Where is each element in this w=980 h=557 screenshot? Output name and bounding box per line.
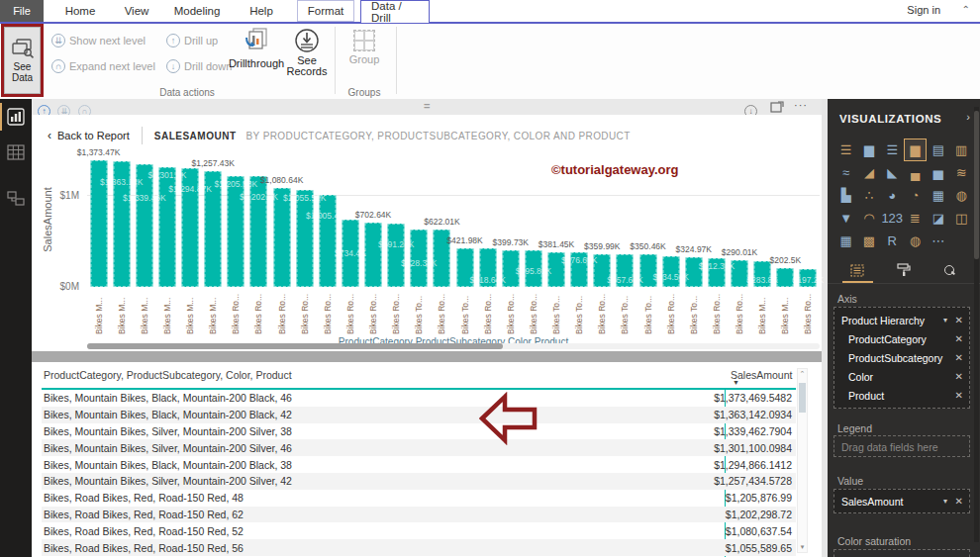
- report-view-button[interactable]: [0, 99, 32, 135]
- table-scrollbar-thumb[interactable]: [799, 383, 806, 413]
- value-dropdown-icon[interactable]: ▾: [943, 497, 947, 506]
- table-row[interactable]: Bikes, Mountain Bikes, Black, Mountain-2…: [42, 456, 796, 473]
- bar[interactable]: [365, 223, 382, 287]
- table-row[interactable]: Bikes, Road Bikes, Red, Road-150 Red, 62…: [42, 507, 796, 523]
- color-saturation-field-well[interactable]: [833, 549, 970, 557]
- tab-format[interactable]: Format: [297, 0, 354, 22]
- sign-in-link[interactable]: Sign in: [907, 4, 940, 16]
- tab-view[interactable]: View: [111, 0, 162, 22]
- table-row[interactable]: Bikes, Mountain Bikes, Black, Mountain-2…: [42, 390, 796, 407]
- clustered-bar-chart-icon[interactable]: ☰: [881, 139, 904, 161]
- tab-fields[interactable]: [834, 257, 881, 283]
- panel-scrollbar[interactable]: [974, 107, 979, 542]
- treemap-icon[interactable]: ▦: [927, 184, 949, 207]
- axis-field-pill[interactable]: ProductCategory✕: [834, 329, 969, 348]
- table-row[interactable]: Bikes, Road Bikes, Red, Road-150 Red, 56…: [42, 539, 796, 556]
- panel-expand-icon[interactable]: ›: [966, 111, 970, 123]
- field-remove-icon[interactable]: ✕: [955, 315, 963, 325]
- stacked-bar-chart-icon[interactable]: ☰: [834, 139, 857, 161]
- blank-icon[interactable]: [949, 230, 972, 252]
- tab-file[interactable]: File: [0, 0, 44, 22]
- waterfall-chart-icon[interactable]: ▙: [834, 184, 857, 207]
- field-remove-icon[interactable]: ✕: [955, 390, 963, 401]
- focus-mode-icon[interactable]: [770, 101, 784, 113]
- tab-format[interactable]: [881, 257, 928, 283]
- table-vertical-scrollbar[interactable]: ⌃ ▾: [797, 368, 808, 553]
- axis-field-pill[interactable]: ProductSubcategory✕: [834, 348, 969, 367]
- chart-horizontal-scrollbar[interactable]: [87, 343, 820, 349]
- donut-chart-icon[interactable]: ◔: [904, 184, 927, 207]
- show-next-level-button[interactable]: ⇊ Show next level: [51, 34, 146, 47]
- bar[interactable]: [273, 188, 290, 287]
- clustered-column-chart-icon[interactable]: ▆: [904, 139, 927, 161]
- bar[interactable]: [777, 268, 794, 287]
- table-row[interactable]: Bikes, Mountain Bikes, Silver, Mountain-…: [42, 423, 796, 440]
- value-field-pill[interactable]: SalesAmount ▾ ✕: [834, 492, 969, 511]
- bar[interactable]: [296, 190, 313, 287]
- field-remove-icon[interactable]: ✕: [955, 352, 963, 363]
- drill-down-button[interactable]: ↓ Drill down: [166, 59, 232, 73]
- table-row[interactable]: Bikes, Mountain Bikes, Silver, Mountain-…: [42, 439, 796, 456]
- more-visuals-icon[interactable]: ⋯: [927, 230, 949, 252]
- ribbon-chart-icon[interactable]: ≋: [949, 161, 972, 184]
- table-icon[interactable]: ▦: [834, 230, 857, 252]
- data-view-button[interactable]: [0, 135, 32, 170]
- chart-scrollbar-thumb[interactable]: [87, 343, 503, 349]
- map-icon[interactable]: ◍: [949, 184, 972, 207]
- value-remove-icon[interactable]: ✕: [955, 496, 963, 507]
- back-to-report-button[interactable]: Back to Report: [57, 130, 130, 141]
- line-chart-icon[interactable]: ≈: [834, 161, 857, 184]
- stacked-column-chart-icon[interactable]: ▆: [857, 139, 880, 161]
- field-remove-icon[interactable]: ✕: [955, 333, 963, 344]
- card-icon[interactable]: 123: [881, 207, 904, 230]
- panel-scrollbar-thumb[interactable]: [974, 111, 979, 259]
- line-clustered-column-chart-icon[interactable]: ▅: [927, 161, 949, 184]
- tab-help[interactable]: Help: [236, 0, 287, 22]
- 100-stacked-column-chart-icon[interactable]: ▥: [949, 139, 972, 161]
- multi-row-card-icon[interactable]: ≣: [904, 207, 927, 230]
- slicer-icon[interactable]: ◫: [949, 207, 972, 230]
- table-header-category[interactable]: ProductCategory, ProductSubcategory, Col…: [44, 369, 292, 381]
- table-row[interactable]: Bikes, Mountain Bikes, Black, Mountain-2…: [42, 407, 796, 423]
- field-remove-icon[interactable]: ✕: [955, 371, 963, 382]
- table-row[interactable]: Bikes, Road Bikes, Red, Road-150 Red, 48…: [42, 490, 796, 507]
- tab-modeling[interactable]: Modeling: [162, 0, 232, 22]
- drill-up-button[interactable]: ↑ Drill up: [166, 34, 218, 47]
- field-dropdown-icon[interactable]: ▾: [943, 316, 947, 325]
- r-script-icon[interactable]: R: [881, 230, 904, 252]
- tab-analytics[interactable]: [927, 257, 973, 283]
- tab-data-drill[interactable]: Data / Drill: [360, 0, 430, 24]
- matrix-icon[interactable]: ▩: [857, 230, 880, 252]
- see-data-button[interactable]: See Data: [4, 27, 41, 94]
- axis-field-pill[interactable]: Product Hierarchy▾✕: [834, 311, 969, 329]
- scroll-up-arrow-icon[interactable]: ⌃: [798, 370, 807, 378]
- table-row[interactable]: Bikes, Road Bikes, Red, Road-150 Red, 52…: [42, 522, 796, 539]
- splitter-handle-icon[interactable]: =: [424, 100, 429, 112]
- stacked-area-chart-icon[interactable]: ◣: [881, 161, 904, 184]
- axis-field-pill[interactable]: Product✕: [834, 386, 969, 405]
- gauge-icon[interactable]: ◠: [857, 207, 880, 230]
- scatter-chart-icon[interactable]: ∴: [857, 184, 880, 207]
- scroll-down-arrow-icon[interactable]: ▾: [798, 543, 807, 551]
- arcgis-map-icon[interactable]: ◍: [904, 230, 927, 252]
- axis-field-pill[interactable]: Color✕: [834, 367, 969, 386]
- see-records-button[interactable]: See Records: [285, 28, 329, 77]
- 100-stacked-bar-chart-icon[interactable]: ▤: [927, 139, 949, 161]
- legend-field-well[interactable]: Drag data fields here: [833, 435, 970, 457]
- line-stacked-column-chart-icon[interactable]: ▄: [904, 161, 927, 184]
- more-options-icon[interactable]: ···: [794, 99, 808, 111]
- drillthrough-button[interactable]: Drillthrough: [226, 28, 287, 69]
- funnel-icon[interactable]: ▼: [834, 207, 857, 230]
- model-view-button[interactable]: [0, 180, 32, 216]
- tab-home[interactable]: Home: [51, 0, 109, 22]
- group-button[interactable]: Group: [343, 30, 386, 65]
- collapse-ribbon-icon[interactable]: ⌃: [962, 4, 970, 15]
- expand-next-level-button[interactable]: ∩ Expand next level: [51, 59, 155, 73]
- pie-chart-icon[interactable]: ◕: [881, 184, 904, 207]
- table-header-salesamount[interactable]: SalesAmount: [731, 369, 792, 381]
- chart-table-splitter[interactable]: [32, 351, 822, 362]
- bar[interactable]: [319, 195, 336, 287]
- area-chart-icon[interactable]: ◢: [857, 161, 880, 184]
- kpi-icon[interactable]: ◪: [927, 207, 949, 230]
- bar[interactable]: [388, 224, 405, 287]
